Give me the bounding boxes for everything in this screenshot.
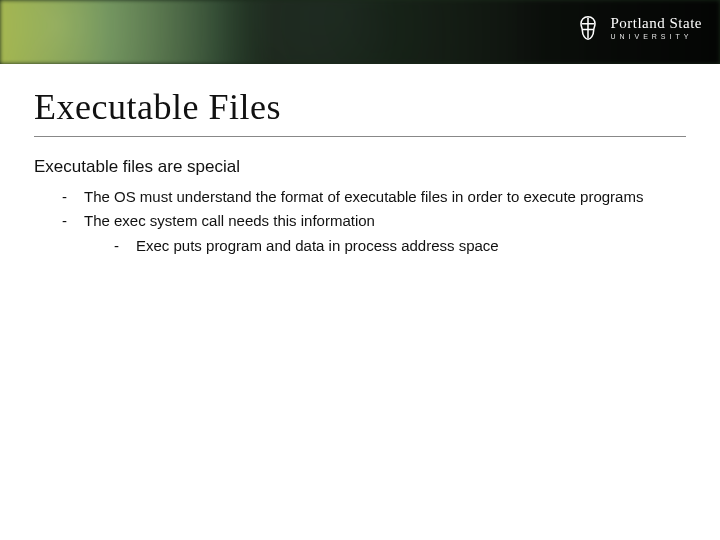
- logo-line2: UNIVERSITY: [610, 33, 702, 40]
- list-item: The exec system call needs this informat…: [62, 211, 686, 256]
- list-item: Exec puts program and data in process ad…: [114, 236, 686, 256]
- header-banner: Portland State UNIVERSITY: [0, 0, 720, 64]
- slide: Portland State UNIVERSITY Executable Fil…: [0, 0, 720, 540]
- university-logo: Portland State UNIVERSITY: [574, 14, 702, 42]
- bullet-text: The OS must understand the format of exe…: [84, 188, 643, 205]
- bullet-text: Exec puts program and data in process ad…: [136, 237, 499, 254]
- slide-content: Executable Files Executable files are sp…: [0, 64, 720, 256]
- slide-title: Executable Files: [34, 86, 686, 137]
- bullet-text: The exec system call needs this informat…: [84, 212, 375, 229]
- logo-text: Portland State UNIVERSITY: [610, 16, 702, 40]
- list-item: The OS must understand the format of exe…: [62, 187, 686, 207]
- sub-bullet-list: Exec puts program and data in process ad…: [84, 236, 686, 256]
- logo-mark-icon: [574, 14, 602, 42]
- bullet-list: The OS must understand the format of exe…: [34, 187, 686, 256]
- slide-subhead: Executable files are special: [34, 157, 686, 177]
- logo-line1: Portland State: [610, 16, 702, 31]
